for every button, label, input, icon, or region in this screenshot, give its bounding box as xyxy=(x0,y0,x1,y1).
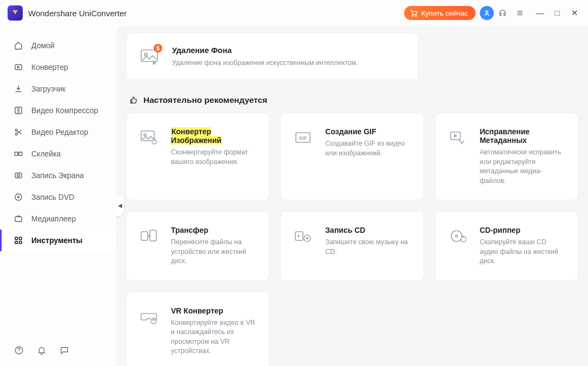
svg-point-5 xyxy=(15,129,17,131)
tool-card-desc: Создавайте GIF из видео или изображнеий. xyxy=(325,139,411,158)
tool-card-title: Запись CD xyxy=(325,226,411,234)
sidebar-item-label: Домой xyxy=(31,41,55,50)
sidebar-item-label: Конвертер xyxy=(31,63,68,71)
vr-icon xyxy=(138,306,159,327)
record-icon xyxy=(13,170,24,181)
converter-icon xyxy=(13,62,24,73)
sidebar-item-label: Запись DVD xyxy=(31,193,74,201)
image-convert-icon xyxy=(138,127,159,148)
tool-card-desc: Конвертируйте видео в VR и наслаждайтесь… xyxy=(171,318,257,356)
feedback-button[interactable] xyxy=(58,344,70,356)
svg-point-20 xyxy=(144,53,147,56)
sidebar-item-label: Медиаплеер xyxy=(31,214,76,223)
user-account-button[interactable] xyxy=(480,6,494,20)
svg-point-6 xyxy=(15,133,17,135)
section-title: Настоятельно рекомендуется xyxy=(143,95,267,105)
sidebar-item-home[interactable]: Домой xyxy=(0,35,116,56)
help-button[interactable] xyxy=(13,344,25,356)
svg-rect-7 xyxy=(15,152,18,155)
svg-point-22 xyxy=(144,134,146,136)
tool-card-gif-maker[interactable]: GIF Создание GIF Создавайте GIF из видео… xyxy=(280,113,424,200)
app-logo xyxy=(8,5,23,21)
svg-text:GIF: GIF xyxy=(299,135,308,141)
tool-card-desc: Сконвертируйте формат вашего изображения… xyxy=(171,148,257,167)
svg-point-12 xyxy=(18,197,19,198)
burn-cd-icon xyxy=(293,226,313,246)
sidebar-item-screenrec[interactable]: Запись Экрана xyxy=(0,165,116,186)
tool-card-desc: Удаление фона изображения искусственным … xyxy=(172,58,358,68)
tv-icon xyxy=(13,213,24,224)
tool-card-title: Удаление Фона xyxy=(172,46,358,55)
svg-rect-13 xyxy=(15,217,22,221)
tool-card-vr-converter[interactable]: VR Конвертер Конвертируйте видео в VR и … xyxy=(126,292,269,366)
sidebar-item-merger[interactable]: Склейка xyxy=(0,143,116,165)
sidebar-item-editor[interactable]: Видео Редактор xyxy=(0,121,116,143)
sidebar-item-player[interactable]: Медиаплеер xyxy=(0,208,116,230)
home-icon xyxy=(13,40,24,51)
tool-card-title: Создание GIF xyxy=(325,127,411,136)
sidebar-item-label: Загрузчик xyxy=(31,84,65,93)
tool-card-title: Конвертер Изображений xyxy=(171,127,257,145)
buy-now-button[interactable]: Купить сейчас xyxy=(404,6,475,20)
svg-rect-16 xyxy=(15,241,18,244)
tool-card-title: CD-риппер xyxy=(480,226,566,234)
titlebar: Wondershare UniConverter Купить сейчас —… xyxy=(0,0,588,26)
tool-card-desc: Скопируйте ваши CD аудио файлы на жестки… xyxy=(480,238,566,266)
sidebar-item-label: Склейка xyxy=(31,149,61,158)
window-maximize-button[interactable]: □ xyxy=(552,8,562,18)
svg-point-11 xyxy=(15,194,22,200)
paid-badge-icon: $ xyxy=(154,44,162,53)
sidebar-item-label: Инструменты xyxy=(31,236,83,245)
section-header: Настоятельно рекомендуется xyxy=(129,95,578,105)
main-content: ◀ $ Удаление Фона Удаление фона изображе… xyxy=(116,26,588,366)
gif-icon: GIF xyxy=(293,127,313,148)
tool-card-title: Исправление Метаданных xyxy=(480,127,566,145)
sidebar: Домой Конвертер Загрузчик Видео Компресс… xyxy=(0,26,116,366)
collapse-sidebar-button[interactable]: ◀ xyxy=(116,194,124,217)
svg-point-2 xyxy=(486,11,488,13)
tool-card-cd-ripper[interactable]: CD-риппер Скопируйте ваши CD аудио файлы… xyxy=(435,211,578,281)
sidebar-item-label: Видео Компрессор xyxy=(31,106,98,115)
scissors-icon xyxy=(13,127,24,138)
sidebar-item-label: Видео Редактор xyxy=(31,128,88,136)
tool-card-desc: Перенесите файлы на устройство или жестк… xyxy=(171,238,257,266)
tool-card-desc: Автоматически исправить или редактируйте… xyxy=(480,148,566,186)
svg-point-32 xyxy=(455,235,458,237)
support-button[interactable] xyxy=(494,4,511,22)
svg-point-31 xyxy=(451,231,462,241)
download-icon xyxy=(13,83,24,94)
cart-icon xyxy=(409,9,418,17)
tool-card-bg-remove[interactable]: $ Удаление Фона Удаление фона изображени… xyxy=(126,32,418,80)
svg-rect-26 xyxy=(141,232,148,240)
notifications-button[interactable] xyxy=(36,344,48,356)
svg-point-1 xyxy=(415,15,417,16)
tool-card-burn-cd[interactable]: Запись CD Запишите свою музыку на CD. xyxy=(280,211,424,281)
svg-rect-9 xyxy=(15,173,22,178)
sidebar-item-downloader[interactable]: Загрузчик xyxy=(0,78,116,100)
bg-remove-icon: $ xyxy=(138,46,160,68)
cd-rip-icon xyxy=(447,226,468,246)
buy-now-label: Купить сейчас xyxy=(421,9,468,17)
svg-rect-27 xyxy=(150,230,156,241)
tool-card-fix-metadata[interactable]: Исправление Метаданных Автоматически исп… xyxy=(435,113,578,200)
tool-card-image-converter[interactable]: Конвертер Изображений Сконвертируйте фор… xyxy=(126,113,269,200)
compress-icon xyxy=(13,105,24,116)
merge-icon xyxy=(13,148,24,159)
sidebar-item-tools[interactable]: Инструменты xyxy=(0,230,116,251)
svg-rect-14 xyxy=(15,237,18,240)
sidebar-item-converter[interactable]: Конвертер xyxy=(0,56,116,78)
tool-card-transfer[interactable]: Трансфер Перенесите файлы на устройство … xyxy=(126,211,269,281)
tool-card-title: Трансфер xyxy=(171,226,257,234)
sidebar-item-dvd[interactable]: Запись DVD xyxy=(0,186,116,208)
window-minimize-button[interactable]: — xyxy=(535,8,545,18)
transfer-icon xyxy=(138,226,159,246)
grid-icon xyxy=(13,235,24,246)
sidebar-item-label: Запись Экрана xyxy=(31,171,84,180)
sidebar-item-compressor[interactable]: Видео Компрессор xyxy=(0,100,116,121)
svg-point-10 xyxy=(17,174,20,177)
menu-button[interactable] xyxy=(511,4,528,22)
svg-point-29 xyxy=(304,235,310,241)
svg-rect-17 xyxy=(19,241,22,244)
svg-point-30 xyxy=(307,238,308,239)
window-close-button[interactable]: ✕ xyxy=(570,8,579,18)
